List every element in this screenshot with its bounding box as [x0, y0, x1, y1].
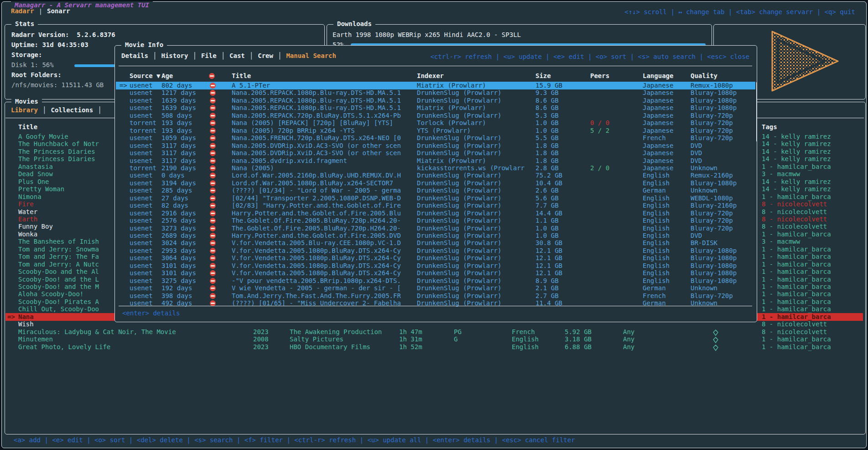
- search-result-row[interactable]: usenet3117 daysNana.2005.DVDRip.XviD.AC3…: [116, 149, 755, 157]
- release-age: 2993 days: [161, 247, 196, 255]
- movie-tag: 1 - hamilcar_barca: [762, 246, 831, 253]
- movie-tag: 1 - hamilcar_barca: [762, 253, 831, 261]
- release-source: usenet: [130, 112, 153, 120]
- search-result-row[interactable]: usenet2916 daysHarry.Potter.and.the.Gobl…: [116, 209, 755, 217]
- movie-title: The Princess Diaries: [18, 155, 95, 163]
- movie-info-tab-cast[interactable]: Cast: [229, 52, 245, 59]
- search-scrollbar-thumb[interactable]: [756, 82, 757, 141]
- release-title: Nana (2005) 720p BRRip x264 -YTS: [232, 127, 355, 135]
- search-result-row[interactable]: usenet3194 daysLord.of.War.2005.1080p.Bl…: [116, 179, 755, 187]
- search-result-row[interactable]: usenet3117 daysnana.2005.dvdrip.xvid.fra…: [116, 157, 755, 165]
- search-result-row[interactable]: usenet1639 daysNana.2005.REPACK.1080p.Bl…: [116, 104, 755, 112]
- movies-tab-library[interactable]: Library: [11, 106, 38, 114]
- release-size: 5.3 GB: [535, 112, 559, 120]
- release-title: A 5.1-PTer: [232, 82, 270, 89]
- release-source: usenet: [130, 209, 153, 217]
- release-title: Lord.of.War.2005.1080p.BluRay.x264-SECTO…: [232, 179, 393, 187]
- release-quality: Bluray-1080p: [691, 97, 737, 105]
- search-result-row[interactable]: usenet3117 daysNana.2005.DVDRip.XviD.AC3…: [116, 142, 755, 150]
- movie-title: Funny Boy: [18, 223, 53, 230]
- movie-row[interactable]: Miraculous: Ladybug & Cat Noir, The Movi…: [5, 328, 863, 336]
- release-size: 1.8 GB: [535, 149, 559, 157]
- release-title: Nana.2005.DVDRip.XviD.AC3-SVO (or other …: [232, 142, 401, 150]
- search-result-row[interactable]: usenet2576 daysThe.Goblet.Of.Fire.2005.B…: [116, 217, 755, 225]
- movie-row[interactable]: Minutemen2008Salty Pictures1h 31mGEnglis…: [5, 335, 863, 343]
- release-title: Nana (2005): [232, 164, 274, 172]
- search-result-row[interactable]: usenet27 days[02/44] "Transporter 2.2005…: [116, 194, 755, 202]
- release-size: 1.1 GB: [535, 217, 559, 225]
- release-quality: Bluray-720p: [691, 112, 733, 120]
- search-result-row[interactable]: usenet3101 daysV.for.Vendetta.2005.1080p…: [116, 269, 755, 277]
- movie-runtime: 1h 52m: [399, 343, 422, 351]
- search-result-row[interactable]: usenet3024 daysV.for.Vendetta.2005.Blu-r…: [116, 239, 755, 247]
- movie-title: Scooby-Doo and the Al: [18, 268, 99, 276]
- tab-separator: │: [217, 52, 229, 59]
- uptime: Uptime: 31d 04:35:03: [11, 41, 88, 48]
- movie-info-tab-crew[interactable]: Crew: [258, 52, 273, 59]
- movie-quality-profile: Any: [623, 343, 634, 351]
- movies-tab-collections[interactable]: Collections: [51, 106, 93, 114]
- search-result-row[interactable]: usenet508 daysNana.2005.REPACK.720p.BluR…: [116, 112, 755, 120]
- movie-studio: The Awakening Production: [290, 328, 382, 336]
- release-source: usenet: [130, 157, 153, 165]
- release-age: 193 days: [161, 127, 192, 135]
- release-title: V.for.Vendetta.2005.1080p.BluRay.DTS.x26…: [232, 254, 401, 262]
- search-result-row[interactable]: usenet3275 days-"V pour vendetta.2005.BR…: [116, 277, 755, 285]
- search-result-row[interactable]: usenet3273 daysThe.Goblet.Of.Fire.2005.B…: [116, 225, 755, 232]
- movie-info-tabs-divider: [119, 66, 752, 66]
- movie-tag: 3 - macmww: [762, 238, 800, 246]
- release-indexer: DrunkenSlug (Prowlarr): [417, 292, 501, 300]
- release-title: Nana.2005.REPACK.1080p.Blu-ray.DTS-HD.MA…: [232, 89, 401, 97]
- search-result-row[interactable]: usenet398 daysTom.And.Jerry.The.Fast.And…: [116, 292, 755, 300]
- tab-separator: │: [148, 52, 161, 59]
- release-quality: Bluray-720p: [691, 217, 733, 225]
- movie-info-tab-history[interactable]: History: [161, 52, 188, 59]
- release-size: 7.7 GB: [535, 202, 559, 209]
- release-size: 5.5 GB: [535, 134, 559, 142]
- release-indexer: Torlock (Prowlarr): [417, 119, 486, 127]
- movie-info-tab-manual-search[interactable]: Manual Search: [286, 52, 336, 59]
- release-quality: DVD: [691, 149, 702, 157]
- tag-icon: [712, 344, 719, 351]
- search-result-row[interactable]: torrent193 daysNana (2005) [REPACK] [720…: [116, 119, 755, 127]
- release-quality: Bluray-1080p: [691, 254, 737, 262]
- selection-marker: =>: [120, 82, 127, 89]
- search-result-row[interactable]: usenet3101 daysV.for.Vendetta.2005.1080p…: [116, 262, 755, 270]
- search-result-row[interactable]: usenet1217 daysNana.2005.REPACK.1080p.Bl…: [116, 89, 755, 97]
- movie-title: Tom and Jerry: The Fa: [18, 253, 99, 261]
- release-title: V.for.Vendetta.2005.1080p.BluRay.DTS.x26…: [232, 269, 401, 277]
- movie-tag: 1 - hamilcar_barca: [762, 261, 831, 268]
- release-age: 3275 days: [161, 277, 196, 285]
- movie-row[interactable]: Great Photo, Lovely Life2023HBO Document…: [5, 343, 863, 351]
- search-result-row[interactable]: =>usenet802 daysA 5.1-PTerMiatrix (Prowl…: [116, 82, 755, 89]
- search-result-row[interactable]: usenet1059 daysNana.2005.FRENCH.720p.Blu…: [116, 134, 755, 142]
- column-language: Language: [643, 72, 673, 79]
- release-title: V.for.Vendetta.2005.1080p.BluRay.DTS.x26…: [232, 262, 401, 270]
- release-quality: DVD: [691, 142, 702, 150]
- column-title: Title: [232, 72, 251, 79]
- release-indexer: YTS (Prowlarr): [417, 127, 471, 135]
- movie-info-tab-details[interactable]: Details: [121, 52, 148, 59]
- search-result-row[interactable]: usenet192 daysV wie Vendetta - 2005 - ge…: [116, 284, 755, 292]
- release-language: English: [643, 254, 670, 262]
- search-result-row[interactable]: usenet0 daysLord.of.War.2005.2160p.BluRa…: [116, 172, 755, 179]
- search-result-row[interactable]: usenet82 days[02/83] "Harry.Potter.and.t…: [116, 202, 755, 209]
- release-title: Tom.And.Jerry.The.Fast.And.The.Furry.200…: [232, 292, 401, 300]
- release-indexer: DrunkenSlug (Prowlarr): [417, 112, 501, 120]
- release-quality: Bluray-1080p: [691, 277, 737, 285]
- release-age: 398 days: [161, 292, 192, 300]
- movie-info-title: Movie Info: [121, 41, 167, 48]
- search-result-row[interactable]: usenet2993 daysV.for.Vendetta.2005.1080p…: [116, 247, 755, 255]
- search-result-row[interactable]: usenet2689 daysHarry.Potter.and.the.Gobl…: [116, 232, 755, 240]
- release-source: torrent: [130, 127, 156, 135]
- search-result-row[interactable]: usenet1639 daysNana.2005.REPACK.1080p.Bl…: [116, 97, 755, 105]
- release-title: Nana (2005) [REPACK] [720p] [BluRay] [YT…: [232, 119, 393, 127]
- search-result-row[interactable]: usenet3064 daysV.for.Vendetta.2005.1080p…: [116, 254, 755, 262]
- release-peers: 0 / 0: [590, 119, 609, 127]
- release-quality: Bluray-1080p: [691, 89, 737, 97]
- search-result-row[interactable]: torrent193 daysNana (2005) 720p BRRip x2…: [116, 127, 755, 135]
- search-result-row[interactable]: usenet285 days(????) [01/34] - "Lord of …: [116, 187, 755, 194]
- search-result-row[interactable]: torrent2190 daysNana (2005)kickasstorren…: [116, 164, 755, 172]
- release-age: 2689 days: [161, 232, 196, 240]
- movie-info-tab-file[interactable]: File: [201, 52, 217, 59]
